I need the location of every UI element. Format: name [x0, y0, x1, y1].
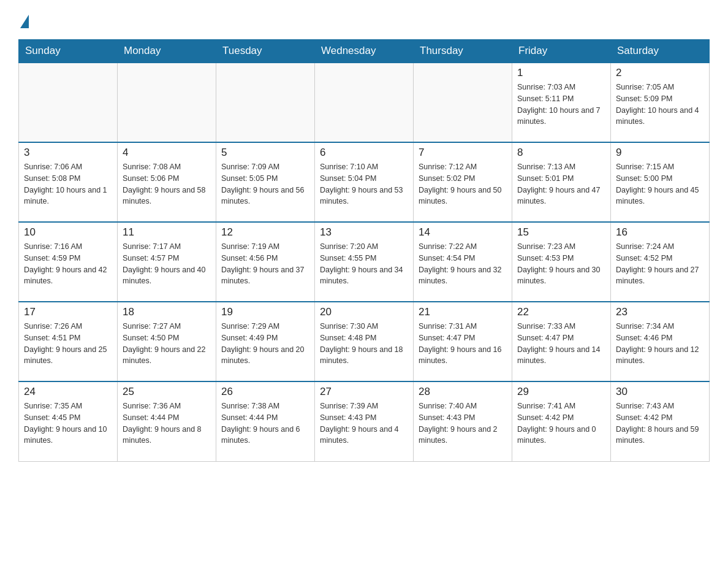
calendar-cell: 20Sunrise: 7:30 AMSunset: 4:48 PMDayligh… [315, 302, 414, 381]
day-of-week-header: Sunday [19, 40, 118, 63]
day-info: Sunrise: 7:16 AMSunset: 4:59 PMDaylight:… [24, 241, 112, 287]
day-number: 6 [320, 147, 408, 159]
day-info: Sunrise: 7:40 AMSunset: 4:43 PMDaylight:… [419, 400, 507, 446]
day-info: Sunrise: 7:09 AMSunset: 5:05 PMDaylight:… [221, 161, 309, 207]
calendar-cell: 30Sunrise: 7:43 AMSunset: 4:42 PMDayligh… [611, 381, 710, 461]
day-number: 12 [221, 226, 309, 239]
day-number: 15 [517, 226, 605, 239]
calendar-cell: 22Sunrise: 7:33 AMSunset: 4:47 PMDayligh… [512, 302, 611, 381]
calendar-cell: 27Sunrise: 7:39 AMSunset: 4:43 PMDayligh… [315, 381, 414, 461]
day-info: Sunrise: 7:10 AMSunset: 5:04 PMDaylight:… [320, 161, 408, 207]
calendar-cell: 19Sunrise: 7:29 AMSunset: 4:49 PMDayligh… [216, 302, 315, 381]
day-number: 29 [517, 386, 605, 398]
day-info: Sunrise: 7:27 AMSunset: 4:50 PMDaylight:… [123, 321, 211, 367]
day-number: 23 [616, 306, 704, 318]
calendar-cell: 10Sunrise: 7:16 AMSunset: 4:59 PMDayligh… [19, 222, 118, 302]
logo-triangle-icon [20, 15, 29, 28]
calendar-cell: 1Sunrise: 7:03 AMSunset: 5:11 PMDaylight… [512, 63, 611, 142]
calendar-cell: 18Sunrise: 7:27 AMSunset: 4:50 PMDayligh… [118, 302, 216, 381]
day-number: 13 [320, 226, 408, 239]
calendar-cell: 4Sunrise: 7:08 AMSunset: 5:06 PMDaylight… [118, 142, 216, 222]
calendar-cell: 17Sunrise: 7:26 AMSunset: 4:51 PMDayligh… [19, 302, 118, 381]
day-info: Sunrise: 7:38 AMSunset: 4:44 PMDaylight:… [221, 400, 309, 446]
calendar-cell: 3Sunrise: 7:06 AMSunset: 5:08 PMDaylight… [19, 142, 118, 222]
day-info: Sunrise: 7:22 AMSunset: 4:54 PMDaylight:… [419, 241, 507, 287]
calendar-week-row: 17Sunrise: 7:26 AMSunset: 4:51 PMDayligh… [19, 302, 710, 381]
day-number: 2 [616, 67, 704, 79]
logo [18, 12, 29, 28]
day-number: 21 [419, 306, 507, 318]
calendar-cell [216, 63, 315, 142]
day-info: Sunrise: 7:39 AMSunset: 4:43 PMDaylight:… [320, 400, 408, 446]
day-number: 27 [320, 386, 408, 398]
day-info: Sunrise: 7:23 AMSunset: 4:53 PMDaylight:… [517, 241, 605, 287]
day-number: 25 [123, 386, 211, 398]
day-info: Sunrise: 7:30 AMSunset: 4:48 PMDaylight:… [320, 321, 408, 367]
day-number: 9 [616, 147, 704, 159]
day-number: 26 [221, 386, 309, 398]
day-info: Sunrise: 7:24 AMSunset: 4:52 PMDaylight:… [616, 241, 704, 287]
day-number: 8 [517, 147, 605, 159]
calendar-cell [414, 63, 512, 142]
day-of-week-header: Thursday [414, 40, 512, 63]
calendar-cell: 24Sunrise: 7:35 AMSunset: 4:45 PMDayligh… [19, 381, 118, 461]
day-info: Sunrise: 7:34 AMSunset: 4:46 PMDaylight:… [616, 321, 704, 367]
day-info: Sunrise: 7:06 AMSunset: 5:08 PMDaylight:… [24, 161, 112, 207]
calendar-week-row: 3Sunrise: 7:06 AMSunset: 5:08 PMDaylight… [19, 142, 710, 222]
day-info: Sunrise: 7:26 AMSunset: 4:51 PMDaylight:… [24, 321, 112, 367]
day-info: Sunrise: 7:36 AMSunset: 4:44 PMDaylight:… [123, 400, 211, 446]
day-number: 28 [419, 386, 507, 398]
day-of-week-header: Wednesday [315, 40, 414, 63]
day-number: 7 [419, 147, 507, 159]
calendar-cell: 25Sunrise: 7:36 AMSunset: 4:44 PMDayligh… [118, 381, 216, 461]
day-info: Sunrise: 7:13 AMSunset: 5:01 PMDaylight:… [517, 161, 605, 207]
header [18, 12, 710, 28]
calendar-cell: 23Sunrise: 7:34 AMSunset: 4:46 PMDayligh… [611, 302, 710, 381]
day-of-week-header: Saturday [611, 40, 710, 63]
day-number: 5 [221, 147, 309, 159]
calendar-week-row: 24Sunrise: 7:35 AMSunset: 4:45 PMDayligh… [19, 381, 710, 461]
calendar-cell: 5Sunrise: 7:09 AMSunset: 5:05 PMDaylight… [216, 142, 315, 222]
day-info: Sunrise: 7:15 AMSunset: 5:00 PMDaylight:… [616, 161, 704, 207]
day-number: 11 [123, 226, 211, 239]
calendar-cell [118, 63, 216, 142]
day-number: 19 [221, 306, 309, 318]
day-number: 4 [123, 147, 211, 159]
calendar-cell: 15Sunrise: 7:23 AMSunset: 4:53 PMDayligh… [512, 222, 611, 302]
day-info: Sunrise: 7:33 AMSunset: 4:47 PMDaylight:… [517, 321, 605, 367]
day-number: 16 [616, 226, 704, 239]
calendar-table: SundayMondayTuesdayWednesdayThursdayFrid… [18, 39, 710, 462]
calendar-cell: 16Sunrise: 7:24 AMSunset: 4:52 PMDayligh… [611, 222, 710, 302]
day-of-week-header: Friday [512, 40, 611, 63]
calendar-cell [19, 63, 118, 142]
day-of-week-header: Tuesday [216, 40, 315, 63]
day-number: 10 [24, 226, 112, 239]
calendar-cell: 13Sunrise: 7:20 AMSunset: 4:55 PMDayligh… [315, 222, 414, 302]
calendar-cell: 8Sunrise: 7:13 AMSunset: 5:01 PMDaylight… [512, 142, 611, 222]
calendar-header-row: SundayMondayTuesdayWednesdayThursdayFrid… [19, 40, 710, 63]
day-number: 24 [24, 386, 112, 398]
day-info: Sunrise: 7:12 AMSunset: 5:02 PMDaylight:… [419, 161, 507, 207]
calendar-cell: 2Sunrise: 7:05 AMSunset: 5:09 PMDaylight… [611, 63, 710, 142]
calendar-cell: 21Sunrise: 7:31 AMSunset: 4:47 PMDayligh… [414, 302, 512, 381]
day-number: 20 [320, 306, 408, 318]
day-number: 3 [24, 147, 112, 159]
calendar-week-row: 1Sunrise: 7:03 AMSunset: 5:11 PMDaylight… [19, 63, 710, 142]
day-of-week-header: Monday [118, 40, 216, 63]
calendar-cell: 11Sunrise: 7:17 AMSunset: 4:57 PMDayligh… [118, 222, 216, 302]
day-info: Sunrise: 7:05 AMSunset: 5:09 PMDaylight:… [616, 82, 704, 128]
day-number: 1 [517, 67, 605, 79]
calendar-cell: 12Sunrise: 7:19 AMSunset: 4:56 PMDayligh… [216, 222, 315, 302]
calendar-cell: 29Sunrise: 7:41 AMSunset: 4:42 PMDayligh… [512, 381, 611, 461]
day-number: 17 [24, 306, 112, 318]
day-info: Sunrise: 7:29 AMSunset: 4:49 PMDaylight:… [221, 321, 309, 367]
calendar-cell: 7Sunrise: 7:12 AMSunset: 5:02 PMDaylight… [414, 142, 512, 222]
day-info: Sunrise: 7:31 AMSunset: 4:47 PMDaylight:… [419, 321, 507, 367]
day-info: Sunrise: 7:17 AMSunset: 4:57 PMDaylight:… [123, 241, 211, 287]
calendar-cell: 14Sunrise: 7:22 AMSunset: 4:54 PMDayligh… [414, 222, 512, 302]
day-info: Sunrise: 7:19 AMSunset: 4:56 PMDaylight:… [221, 241, 309, 287]
day-number: 30 [616, 386, 704, 398]
calendar-cell: 6Sunrise: 7:10 AMSunset: 5:04 PMDaylight… [315, 142, 414, 222]
day-info: Sunrise: 7:41 AMSunset: 4:42 PMDaylight:… [517, 400, 605, 446]
calendar-cell: 9Sunrise: 7:15 AMSunset: 5:00 PMDaylight… [611, 142, 710, 222]
